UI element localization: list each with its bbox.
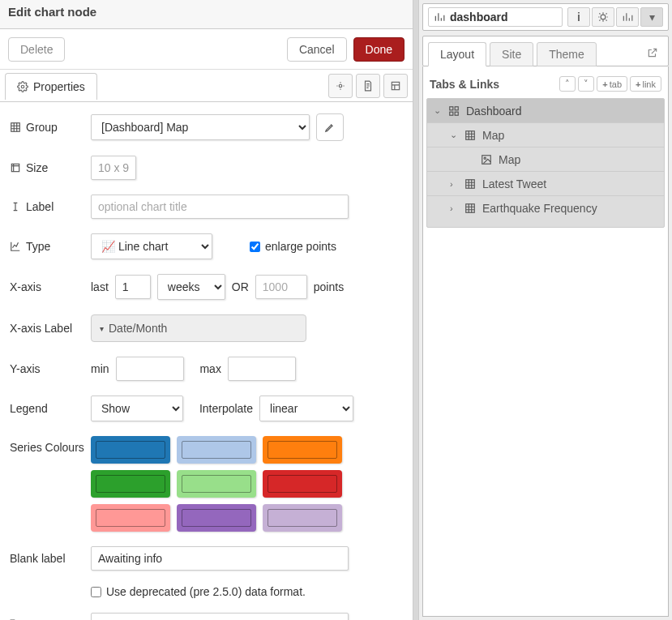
svg-rect-8 [450,112,453,115]
tabs-link-title: Tabs & Links [430,78,499,91]
grid-icon [10,122,21,133]
collapse-up-button[interactable]: ˄ [559,76,576,92]
name-input[interactable] [91,613,349,620]
right-panel: dashboard i ▾ Layout Site Theme [418,0,672,620]
colour-swatch-0[interactable] [91,436,170,464]
svg-rect-14 [466,204,475,213]
colour-swatch-4[interactable] [177,470,256,498]
text-cursor-icon [10,201,21,212]
edit-group-button[interactable] [316,113,344,141]
yaxis-max-input[interactable] [228,357,296,381]
colour-grid [91,436,358,532]
group-select[interactable]: [Dashboard] Map [91,114,310,140]
line-chart-icon [10,241,21,252]
svg-point-5 [601,15,606,19]
settings-icon-button[interactable] [328,74,353,98]
add-tab-button[interactable]: +tab [597,76,627,92]
grid-icon [464,178,476,190]
interpolate-select[interactable]: linear [259,396,353,421]
tree: ⌄ Dashboard ⌄ Map Map › Latest [426,98,665,228]
enlarge-points-checkbox[interactable]: enlarge points [250,240,336,253]
blank-label: Blank label [10,552,91,565]
layout-icon-button[interactable] [383,74,408,98]
deprecated-checkbox[interactable]: Use deprecated (pre 2.5.0) data format. [91,585,306,598]
site-tab[interactable]: Site [490,42,533,66]
svg-rect-6 [450,106,453,109]
gear-icon [335,80,346,92]
xaxislabel-label: X-axis Label [10,322,91,335]
label-label: Label [10,200,91,213]
tree-item-earthquake-frequency[interactable]: › Earthquake Frequency [427,196,664,220]
gear-icon [17,81,28,92]
colour-swatch-2[interactable] [263,436,342,464]
svg-rect-13 [466,179,475,188]
file-icon [362,80,374,92]
tree-item-map-widget[interactable]: Map [427,148,664,172]
info-icon-button[interactable] [356,74,380,98]
svg-point-1 [339,84,342,88]
done-button[interactable]: Done [353,37,404,62]
colour-swatch-6[interactable] [91,504,170,532]
size-label: Size [10,161,91,174]
xaxislabel-selector[interactable]: ▾ Date/Month [91,314,306,342]
delete-button[interactable]: Delete [8,37,65,62]
pencil-icon [324,122,336,133]
colour-swatch-5[interactable] [263,470,342,498]
panel-tabrow: Properties [0,70,413,102]
external-link-icon [647,47,658,58]
legend-select[interactable]: Show [91,396,183,421]
svg-rect-9 [455,112,458,115]
xaxis-last-text: last [91,280,109,293]
grid-icon [464,130,476,141]
type-select[interactable]: 📈 Line chart [91,233,212,259]
debug-button[interactable] [592,7,614,27]
tree-item-map-group[interactable]: ⌄ Map [427,123,664,148]
bar-chart-icon [434,11,445,23]
group-label: Group [10,121,91,134]
enlarge-points-input[interactable] [250,242,260,252]
yaxis-min-input[interactable] [116,357,184,381]
bug-icon [597,11,609,23]
right-topbar: dashboard i ▾ [422,3,669,31]
dashboard-icon [448,105,460,117]
layout-icon [390,80,401,92]
grid-icon [464,203,476,214]
label-input[interactable] [91,195,349,219]
edit-panel: Edit chart node Delete Cancel Done Prope… [0,0,413,620]
tree-item-latest-tweet[interactable]: › Latest Tweet [427,172,664,196]
resize-icon [10,162,21,173]
layout-tab[interactable]: Layout [428,42,486,66]
panel-actions: Delete Cancel Done [0,29,413,70]
right-title-box[interactable]: dashboard [428,7,563,27]
properties-tab[interactable]: Properties [5,73,97,100]
colour-swatch-7[interactable] [177,504,256,532]
colours-label: Series Colours [10,436,91,454]
add-link-button[interactable]: +link [630,76,661,92]
svg-rect-4 [11,164,19,171]
panel-title: Edit chart node [0,0,413,29]
cancel-button[interactable]: Cancel [287,37,347,62]
xaxis-last-input[interactable] [115,275,151,299]
xaxis-points-input[interactable] [255,275,307,299]
svg-rect-2 [392,82,399,89]
external-link-button[interactable] [642,42,663,66]
dropdown-button[interactable]: ▾ [640,7,663,27]
colour-swatch-8[interactable] [263,504,342,532]
size-input[interactable] [91,156,136,180]
chart-button[interactable] [616,7,639,27]
info-button[interactable]: i [567,7,590,27]
xaxis-unit-select[interactable]: weeks [157,274,225,300]
svg-rect-10 [466,130,475,139]
tree-root-dashboard[interactable]: ⌄ Dashboard [427,99,664,123]
svg-rect-3 [11,123,20,132]
yaxis-max-text: max [199,362,220,375]
theme-tab[interactable]: Theme [537,42,597,66]
colour-swatch-3[interactable] [91,470,170,498]
collapse-down-button[interactable]: ˅ [578,76,594,92]
legend-label: Legend [10,402,91,415]
deprecated-input[interactable] [91,587,101,597]
right-tabs: Layout Site Theme [422,36,669,66]
colour-swatch-1[interactable] [177,436,256,464]
blank-input[interactable] [91,546,349,571]
yaxis-label: Y-axis [10,362,91,375]
